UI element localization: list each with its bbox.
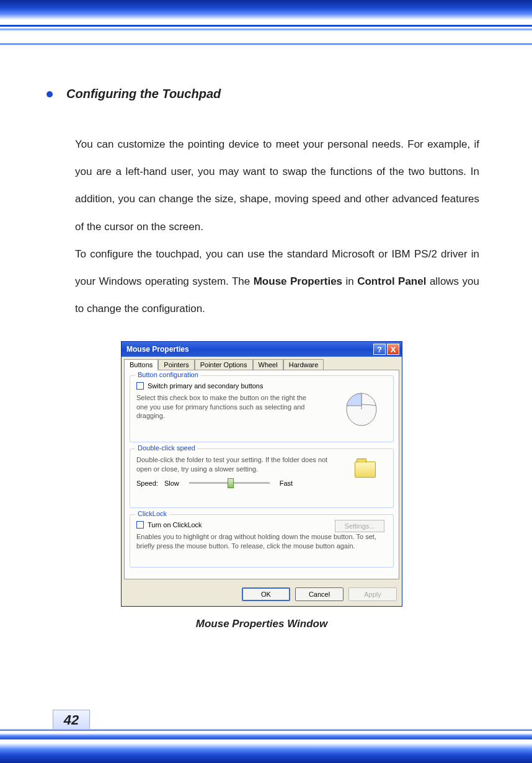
paragraph-1: You can customize the pointing device to… [75,131,479,241]
bullet-icon [47,91,53,97]
page-number: 42 [53,710,90,731]
paragraph-2: To configure the touchpad, you can use t… [75,241,479,323]
settings-button[interactable]: Settings... [335,520,384,532]
slow-label: Slow [164,480,179,487]
mouse-icon [340,385,383,428]
speed-slider-row: Speed: Slow Fast [136,480,387,487]
group-legend: ClickLock [135,510,169,517]
ok-button[interactable]: OK [242,587,290,601]
tab-body: Button configuration Switch primary and … [124,370,399,579]
body-paragraphs: You can customize the pointing device to… [75,131,479,323]
help-button[interactable]: ? [373,344,386,355]
tab-hardware[interactable]: Hardware [283,359,324,370]
figure: Mouse Properties ? X Buttons Pointers Po… [121,341,402,630]
mouse-properties-dialog: Mouse Properties ? X Buttons Pointers Po… [121,341,402,607]
dialog-button-row: OK Cancel Apply [122,582,402,606]
titlebar[interactable]: Mouse Properties ? X [122,342,402,357]
heading-text: Configuring the Touchpad [66,87,221,101]
tab-pointers[interactable]: Pointers [158,359,194,370]
group-description: Select this check box to make the button… [136,393,316,420]
window-title: Mouse Properties [124,345,372,354]
close-button[interactable]: X [387,344,399,355]
group-clicklock: ClickLock Turn on ClickLock Settings... … [130,514,394,568]
speed-label: Speed: [136,480,158,487]
group-button-configuration: Button configuration Switch primary and … [130,375,394,442]
tab-buttons[interactable]: Buttons [124,359,158,370]
group-description: Double-click the folder to test your set… [136,455,329,473]
figure-caption: Mouse Properties Window [121,618,402,630]
tab-strip: Buttons Pointers Pointer Options Wheel H… [122,357,402,370]
slider-thumb-icon[interactable] [228,478,234,488]
page-header-decoration [0,0,532,62]
tab-pointer-options[interactable]: Pointer Options [195,359,253,370]
tab-wheel[interactable]: Wheel [253,359,283,370]
group-legend: Button configuration [135,371,201,378]
checkbox-switch-buttons[interactable] [136,382,144,390]
section-heading: Configuring the Touchpad [47,87,479,101]
group-doubleclick-speed: Double-click speed Double-click the fold… [130,448,394,508]
apply-button[interactable]: Apply [348,587,397,601]
checkbox-label: Turn on ClickLock [148,521,202,529]
page-footer-decoration [0,729,532,763]
checkbox-label: Switch primary and secondary buttons [148,382,263,390]
folder-icon[interactable] [355,462,376,478]
cancel-button[interactable]: Cancel [295,587,344,601]
checkbox-clicklock[interactable] [136,521,144,529]
group-description: Enables you to highlight or drag without… [136,532,384,550]
speed-slider[interactable] [189,482,270,484]
group-legend: Double-click speed [135,444,198,452]
page-content: Configuring the Touchpad You can customi… [53,87,479,630]
fast-label: Fast [280,480,293,487]
